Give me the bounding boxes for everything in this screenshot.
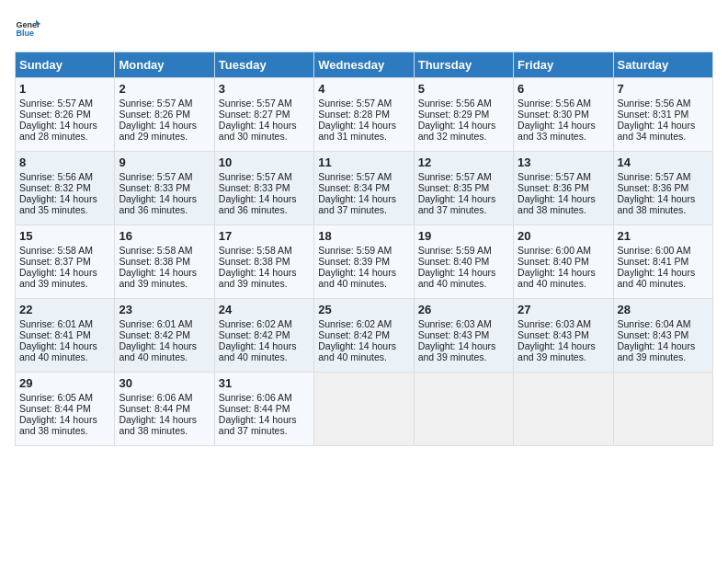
day-info: Daylight: 14 hours — [19, 120, 110, 131]
day-info: Daylight: 14 hours — [618, 193, 709, 204]
day-info: Daylight: 14 hours — [119, 414, 210, 425]
day-number: 18 — [318, 229, 409, 243]
day-number: 16 — [119, 229, 210, 243]
calendar-table: SundayMondayTuesdayWednesdayThursdayFrid… — [15, 52, 713, 446]
calendar-row-5: 29Sunrise: 6:05 AMSunset: 8:44 PMDayligh… — [16, 373, 713, 446]
day-info: and 33 minutes. — [518, 131, 609, 142]
day-info: Sunset: 8:38 PM — [219, 256, 310, 267]
day-info: and 29 minutes. — [119, 131, 210, 142]
calendar-cell: 18Sunrise: 5:59 AMSunset: 8:39 PMDayligh… — [314, 225, 414, 299]
day-info: Sunrise: 5:57 AM — [119, 171, 210, 182]
day-info: Daylight: 14 hours — [19, 193, 110, 204]
day-number: 1 — [19, 82, 110, 96]
calendar-row-1: 1Sunrise: 5:57 AMSunset: 8:26 PMDaylight… — [16, 78, 713, 152]
calendar-cell: 16Sunrise: 5:58 AMSunset: 8:38 PMDayligh… — [115, 225, 214, 299]
day-header-wednesday: Wednesday — [314, 52, 414, 78]
calendar-cell: 23Sunrise: 6:01 AMSunset: 8:42 PMDayligh… — [115, 299, 214, 373]
day-info: Sunset: 8:43 PM — [418, 329, 509, 340]
day-info: and 40 minutes. — [318, 278, 409, 289]
day-info: Sunrise: 6:00 AM — [518, 245, 609, 256]
day-info: Daylight: 14 hours — [518, 120, 609, 131]
day-info: Sunset: 8:36 PM — [518, 182, 609, 193]
day-info: Sunset: 8:29 PM — [418, 109, 509, 120]
day-info: Daylight: 14 hours — [119, 340, 210, 351]
calendar-cell: 5Sunrise: 5:56 AMSunset: 8:29 PMDaylight… — [414, 78, 513, 152]
calendar-cell: 6Sunrise: 5:56 AMSunset: 8:30 PMDaylight… — [514, 78, 613, 152]
day-number: 25 — [318, 303, 409, 316]
day-info: and 31 minutes. — [318, 131, 409, 142]
day-number: 28 — [618, 303, 709, 316]
day-info: Sunrise: 6:03 AM — [518, 318, 609, 329]
day-number: 12 — [418, 155, 509, 169]
calendar-cell: 7Sunrise: 5:56 AMSunset: 8:31 PMDaylight… — [613, 78, 712, 152]
day-info: and 38 minutes. — [518, 204, 609, 215]
logo: General Blue — [15, 15, 40, 40]
calendar-cell: 13Sunrise: 5:57 AMSunset: 8:36 PMDayligh… — [514, 152, 613, 225]
day-number: 3 — [219, 82, 310, 96]
day-info: and 40 minutes. — [219, 351, 310, 362]
calendar-row-3: 15Sunrise: 5:58 AMSunset: 8:37 PMDayligh… — [16, 225, 713, 299]
day-info: Sunset: 8:40 PM — [418, 256, 509, 267]
calendar-cell: 2Sunrise: 5:57 AMSunset: 8:26 PMDaylight… — [115, 78, 214, 152]
day-info: Sunrise: 5:59 AM — [318, 245, 409, 256]
day-info: Daylight: 14 hours — [119, 120, 210, 131]
calendar-cell — [414, 373, 513, 446]
day-info: Sunrise: 5:56 AM — [518, 98, 609, 109]
day-number: 2 — [119, 82, 210, 96]
day-info: Daylight: 14 hours — [518, 267, 609, 278]
day-info: and 34 minutes. — [618, 131, 709, 142]
day-info: and 39 minutes. — [518, 351, 609, 362]
day-info: Sunset: 8:33 PM — [219, 182, 310, 193]
day-info: Sunrise: 6:04 AM — [618, 318, 709, 329]
day-number: 13 — [518, 155, 609, 169]
day-info: Sunset: 8:32 PM — [19, 182, 110, 193]
calendar-cell: 10Sunrise: 5:57 AMSunset: 8:33 PMDayligh… — [214, 152, 313, 225]
calendar-cell: 26Sunrise: 6:03 AMSunset: 8:43 PMDayligh… — [414, 299, 513, 373]
day-info: Sunset: 8:31 PM — [618, 109, 709, 120]
calendar-cell: 27Sunrise: 6:03 AMSunset: 8:43 PMDayligh… — [514, 299, 613, 373]
day-info: Daylight: 14 hours — [618, 267, 709, 278]
day-info: Sunset: 8:37 PM — [19, 256, 110, 267]
day-info: Sunrise: 5:57 AM — [19, 98, 110, 109]
day-info: Daylight: 14 hours — [418, 120, 509, 131]
day-info: and 40 minutes. — [19, 351, 110, 362]
calendar-cell: 29Sunrise: 6:05 AMSunset: 8:44 PMDayligh… — [16, 373, 115, 446]
day-info: Daylight: 14 hours — [219, 193, 310, 204]
day-info: Sunrise: 5:58 AM — [219, 245, 310, 256]
day-header-friday: Friday — [514, 52, 613, 78]
day-info: Daylight: 14 hours — [19, 414, 110, 425]
day-number: 7 — [618, 82, 709, 96]
day-info: and 38 minutes. — [618, 204, 709, 215]
day-header-tuesday: Tuesday — [214, 52, 313, 78]
calendar-cell — [514, 373, 613, 446]
day-info: and 38 minutes. — [19, 425, 110, 436]
day-info: and 37 minutes. — [219, 425, 310, 436]
day-info: Sunset: 8:35 PM — [418, 182, 509, 193]
day-number: 4 — [318, 82, 409, 96]
day-info: Daylight: 14 hours — [618, 340, 709, 351]
day-info: and 32 minutes. — [418, 131, 509, 142]
calendar-cell: 1Sunrise: 5:57 AMSunset: 8:26 PMDaylight… — [16, 78, 115, 152]
day-info: Daylight: 14 hours — [418, 193, 509, 204]
day-info: Sunset: 8:41 PM — [19, 329, 110, 340]
day-info: Sunset: 8:44 PM — [219, 403, 310, 414]
day-info: Sunrise: 6:06 AM — [119, 392, 210, 403]
day-info: and 39 minutes. — [618, 351, 709, 362]
day-info: and 37 minutes. — [318, 204, 409, 215]
day-info: Sunset: 8:42 PM — [119, 329, 210, 340]
day-number: 5 — [418, 82, 509, 96]
day-info: Sunrise: 5:58 AM — [19, 245, 110, 256]
day-info: and 40 minutes. — [318, 351, 409, 362]
day-info: Daylight: 14 hours — [318, 267, 409, 278]
day-info: Sunrise: 5:57 AM — [618, 171, 709, 182]
day-info: Sunrise: 5:57 AM — [219, 98, 310, 109]
day-info: Sunset: 8:34 PM — [318, 182, 409, 193]
day-number: 11 — [318, 155, 409, 169]
day-info: Sunrise: 5:56 AM — [618, 98, 709, 109]
day-number: 21 — [618, 229, 709, 243]
day-info: and 40 minutes. — [119, 351, 210, 362]
calendar-cell: 22Sunrise: 6:01 AMSunset: 8:41 PMDayligh… — [16, 299, 115, 373]
day-number: 24 — [219, 303, 310, 316]
day-info: Daylight: 14 hours — [219, 267, 310, 278]
calendar-cell: 15Sunrise: 5:58 AMSunset: 8:37 PMDayligh… — [16, 225, 115, 299]
